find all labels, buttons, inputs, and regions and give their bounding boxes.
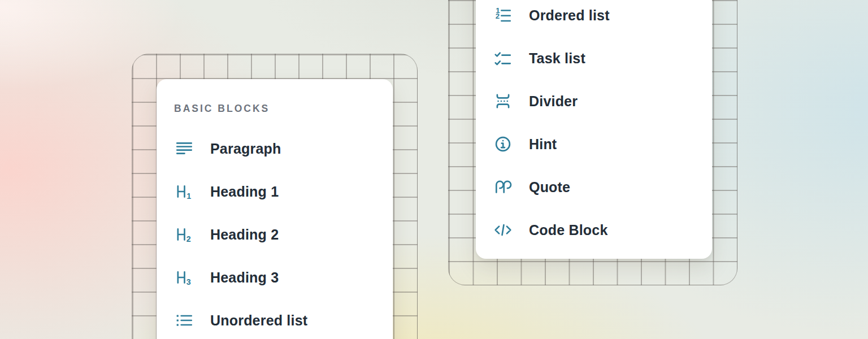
paragraph-icon — [174, 139, 194, 158]
hint-icon — [493, 134, 513, 154]
menu-item-heading-3[interactable]: 3 Heading 3 — [157, 256, 393, 299]
menu-item-label: Unordered list — [210, 312, 307, 329]
basic-blocks-menu-card: BASIC BLOCKS Paragraph 1 Heading 1 — [157, 79, 393, 339]
menu-item-task-list[interactable]: Task list — [476, 37, 712, 80]
menu-item-quote[interactable]: Quote — [476, 166, 712, 208]
menu-item-label: Heading 1 — [210, 184, 279, 200]
blocks-menu-card-continued: 1 2 Ordered list Task list — [476, 0, 712, 259]
blocks-item-list: 1 2 Ordered list Task list — [476, 0, 712, 251]
menu-item-label: Heading 3 — [210, 270, 279, 286]
quote-icon — [493, 177, 513, 197]
section-label: BASIC BLOCKS — [174, 103, 270, 115]
divider-icon — [493, 92, 513, 111]
code-block-icon — [493, 220, 513, 240]
menu-item-divider[interactable]: Divider — [476, 80, 712, 123]
menu-item-label: Divider — [529, 93, 578, 110]
menu-item-heading-1[interactable]: 1 Heading 1 — [157, 170, 393, 213]
menu-item-code-block[interactable]: Code Block — [476, 208, 712, 251]
menu-item-label: Task list — [529, 50, 585, 67]
menu-item-heading-2[interactable]: 2 Heading 2 — [157, 213, 393, 256]
svg-text:3: 3 — [186, 277, 191, 286]
hero-background: BASIC BLOCKS Paragraph 1 Heading 1 — [0, 0, 868, 339]
menu-item-paragraph[interactable]: Paragraph — [157, 127, 393, 170]
ordered-list-icon: 1 2 — [493, 6, 513, 25]
svg-text:2: 2 — [186, 234, 191, 244]
menu-item-hint[interactable]: Hint — [476, 123, 712, 166]
menu-item-label: Ordered list — [529, 7, 610, 24]
task-list-icon — [493, 49, 513, 68]
menu-item-label: Code Block — [529, 222, 608, 238]
svg-text:2: 2 — [496, 12, 500, 20]
heading-1-icon: 1 — [174, 182, 194, 201]
menu-item-label: Paragraph — [210, 141, 281, 157]
menu-item-label: Hint — [529, 136, 557, 153]
heading-2-icon: 2 — [174, 225, 194, 244]
menu-item-label: Heading 2 — [210, 227, 279, 243]
svg-text:1: 1 — [186, 192, 191, 201]
heading-3-icon: 3 — [174, 268, 194, 287]
menu-item-ordered-list[interactable]: 1 2 Ordered list — [476, 0, 712, 37]
basic-blocks-item-list: Paragraph 1 Heading 1 2 — [157, 127, 393, 339]
unordered-list-icon — [174, 311, 194, 330]
menu-item-label: Quote — [529, 179, 570, 195]
menu-item-unordered-list[interactable]: Unordered list — [157, 299, 393, 339]
